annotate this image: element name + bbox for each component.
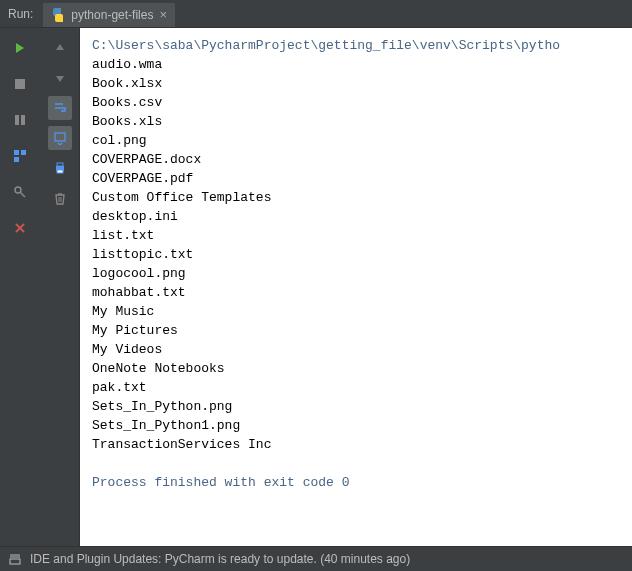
stop-button[interactable] <box>8 72 32 96</box>
notification-icon <box>8 552 22 566</box>
exit-message: Process finished with exit code 0 <box>92 473 620 492</box>
delete-button[interactable] <box>48 186 72 210</box>
run-label: Run: <box>0 7 43 21</box>
output-line: pak.txt <box>92 378 620 397</box>
output-line: Books.csv <box>92 93 620 112</box>
status-bar: IDE and Plugin Updates: PyCharm is ready… <box>0 546 632 571</box>
close-icon[interactable]: × <box>159 7 167 22</box>
output-line: COVERPAGE.pdf <box>92 169 620 188</box>
output-line: logocool.png <box>92 264 620 283</box>
close-button[interactable] <box>8 216 32 240</box>
console-output[interactable]: C:\Users\saba\PycharmProject\getting_fil… <box>80 28 632 546</box>
output-line: list.txt <box>92 226 620 245</box>
output-line: My Videos <box>92 340 620 359</box>
output-line: My Music <box>92 302 620 321</box>
svg-rect-3 <box>14 150 19 155</box>
output-line: Books.xls <box>92 112 620 131</box>
output-line: Sets_In_Python.png <box>92 397 620 416</box>
output-line: OneNote Notebooks <box>92 359 620 378</box>
run-tab[interactable]: python-get-files × <box>43 1 175 27</box>
down-button[interactable] <box>48 66 72 90</box>
python-icon <box>51 8 65 22</box>
svg-rect-17 <box>10 559 20 564</box>
output-line: listtopic.txt <box>92 245 620 264</box>
pin-button[interactable] <box>8 180 32 204</box>
rerun-button[interactable] <box>8 36 32 60</box>
svg-rect-2 <box>21 115 25 125</box>
status-message[interactable]: IDE and Plugin Updates: PyCharm is ready… <box>30 552 410 566</box>
svg-line-7 <box>20 192 25 197</box>
tab-name: python-get-files <box>71 8 153 22</box>
print-button[interactable] <box>48 156 72 180</box>
run-header: Run: python-get-files × <box>0 0 632 28</box>
output-line: TransactionServices Inc <box>92 435 620 454</box>
output-line: mohabbat.txt <box>92 283 620 302</box>
scroll-to-end-button[interactable] <box>48 126 72 150</box>
output-lines: audio.wmaBook.xlsxBooks.csvBooks.xlscol.… <box>92 55 620 454</box>
wrap-button[interactable] <box>48 96 72 120</box>
up-button[interactable] <box>48 36 72 60</box>
svg-rect-5 <box>14 157 19 162</box>
output-line: col.png <box>92 131 620 150</box>
svg-rect-1 <box>15 115 19 125</box>
pause-button[interactable] <box>8 108 32 132</box>
svg-rect-13 <box>57 170 63 173</box>
svg-rect-10 <box>55 133 65 141</box>
output-line: My Pictures <box>92 321 620 340</box>
output-line: Book.xlsx <box>92 74 620 93</box>
output-line: desktop.ini <box>92 207 620 226</box>
svg-rect-0 <box>15 79 25 89</box>
output-line: audio.wma <box>92 55 620 74</box>
output-line: Custom Office Templates <box>92 188 620 207</box>
output-line: Sets_In_Python1.png <box>92 416 620 435</box>
blank-line <box>92 454 620 473</box>
svg-rect-4 <box>21 150 26 155</box>
sidebar-secondary <box>40 28 80 546</box>
main-area: C:\Users\saba\PycharmProject\getting_fil… <box>0 28 632 546</box>
svg-rect-12 <box>57 163 63 166</box>
execution-path: C:\Users\saba\PycharmProject\getting_fil… <box>92 36 620 55</box>
output-line: COVERPAGE.docx <box>92 150 620 169</box>
layout-button[interactable] <box>8 144 32 168</box>
sidebar-left <box>0 28 40 546</box>
